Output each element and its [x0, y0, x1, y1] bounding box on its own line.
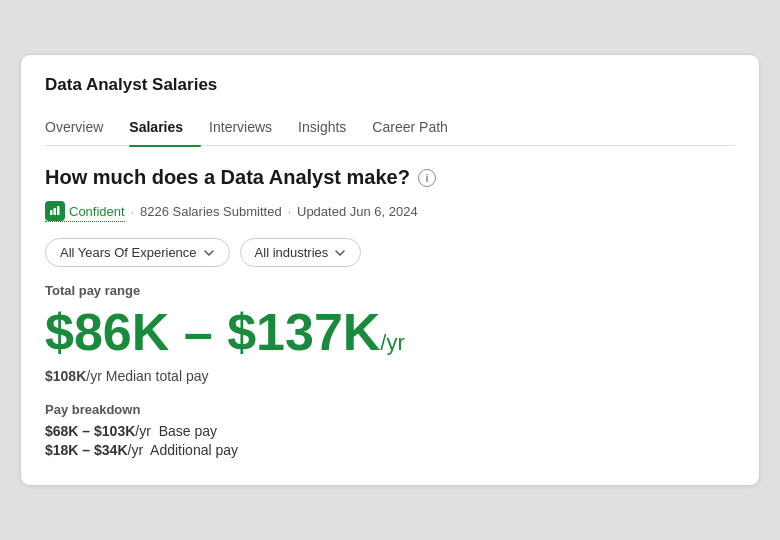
additional-pay-item: $18K – $34K/yr Additional pay: [45, 442, 735, 458]
base-pay-item: $68K – $103K/yr Base pay: [45, 423, 735, 439]
card-body: How much does a Data Analyst make? i Con…: [21, 146, 759, 484]
chevron-down-icon: [203, 247, 215, 259]
filters-row: All Years Of Experience All industries: [45, 238, 735, 267]
median-pay: $108K/yr Median total pay: [45, 368, 735, 384]
svg-rect-2: [57, 206, 60, 215]
additional-pay-range: $18K – $34K: [45, 442, 128, 458]
total-pay-label: Total pay range: [45, 283, 735, 298]
median-suffix: /yr: [86, 368, 102, 384]
main-question-text: How much does a Data Analyst make?: [45, 166, 410, 189]
tab-salaries[interactable]: Salaries: [129, 109, 201, 145]
salary-range: $86K – $137K/yr: [45, 304, 735, 361]
salaries-submitted: 8226 Salaries Submitted: [140, 204, 282, 219]
main-question: How much does a Data Analyst make? i: [45, 166, 735, 189]
meta-row: Confident · 8226 Salaries Submitted · Up…: [45, 201, 735, 222]
confident-label: Confident: [69, 204, 125, 219]
dot-sep-2: ·: [288, 205, 291, 219]
median-value: $108K: [45, 368, 86, 384]
tab-interviews[interactable]: Interviews: [209, 109, 290, 145]
salary-card: Data Analyst Salaries OverviewSalariesIn…: [20, 54, 760, 485]
confident-badge[interactable]: Confident: [45, 201, 125, 222]
svg-rect-1: [54, 208, 57, 215]
base-pay-suffix: /yr: [135, 423, 151, 439]
updated-date: Updated Jun 6, 2024: [297, 204, 418, 219]
median-text: Median total pay: [106, 368, 209, 384]
base-pay-range: $68K – $103K: [45, 423, 135, 439]
page-title: Data Analyst Salaries: [45, 75, 735, 95]
experience-filter-label: All Years Of Experience: [60, 245, 197, 260]
additional-pay-suffix: /yr: [128, 442, 144, 458]
salary-range-suffix: /yr: [380, 330, 404, 355]
dot-sep-1: ·: [131, 205, 134, 219]
tab-overview[interactable]: Overview: [45, 109, 121, 145]
base-pay-type: Base pay: [159, 423, 217, 439]
tab-career-path[interactable]: Career Path: [372, 109, 465, 145]
card-header: Data Analyst Salaries OverviewSalariesIn…: [21, 55, 759, 146]
industry-filter[interactable]: All industries: [240, 238, 362, 267]
svg-rect-0: [50, 210, 53, 215]
salary-range-value: $86K – $137K: [45, 303, 380, 361]
additional-pay-type: Additional pay: [150, 442, 238, 458]
info-icon[interactable]: i: [418, 169, 436, 187]
experience-filter[interactable]: All Years Of Experience: [45, 238, 230, 267]
pay-breakdown-label: Pay breakdown: [45, 402, 735, 417]
confident-icon: [45, 201, 65, 221]
chevron-down-icon-2: [334, 247, 346, 259]
tab-insights[interactable]: Insights: [298, 109, 364, 145]
tabs-nav: OverviewSalariesInterviewsInsightsCareer…: [45, 109, 735, 146]
industry-filter-label: All industries: [255, 245, 329, 260]
